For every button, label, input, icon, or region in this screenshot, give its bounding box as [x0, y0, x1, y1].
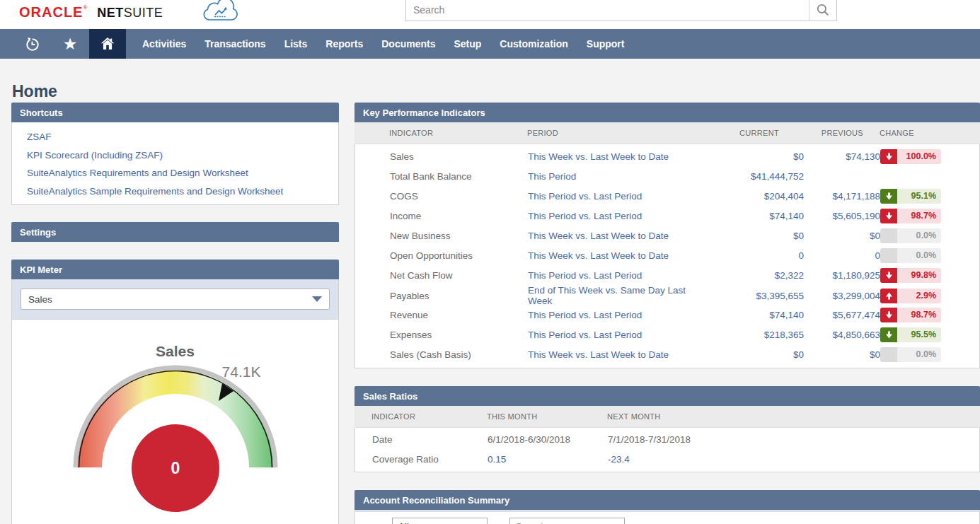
reconciliation-search-input[interactable]: [509, 518, 625, 524]
sales-ratios-portlet: Sales Ratios INDICATOR THIS MONTH NEXT M…: [354, 386, 980, 472]
shortcuts-body: ZSAF KPI Scorecard (Including ZSAF) Suit…: [11, 122, 339, 205]
kpi-previous-value[interactable]: $1,180,925: [804, 270, 880, 281]
kpi-current-value[interactable]: $0: [698, 231, 804, 241]
shortcut-link-kpi-scorecard[interactable]: KPI Scorecard (Including ZSAF): [27, 146, 331, 165]
recent-records-history-icon[interactable]: [13, 29, 51, 59]
trend-arrow-icon: [880, 149, 897, 164]
kpi-meter-header[interactable]: KPI Meter: [11, 260, 339, 279]
shortcuts-header[interactable]: Shortcuts: [11, 103, 339, 122]
oracle-wordmark: ORACLE: [19, 4, 83, 20]
kpi-portlet-header[interactable]: Key Performance Indicators: [354, 103, 980, 122]
kpi-previous-value[interactable]: $74,130: [804, 151, 880, 162]
kpi-current-value[interactable]: $218,365: [698, 330, 804, 340]
change-badge: 95.5%: [880, 327, 941, 342]
kpi-row-expenses: Expenses This Period vs. Last Period $21…: [355, 325, 979, 344]
kpi-row-sales-cash-basis: Sales (Cash Basis) This Week vs. Last We…: [355, 344, 979, 364]
kpi-period-link[interactable]: This Period vs. Last Period: [528, 310, 698, 320]
home-tab[interactable]: [89, 29, 126, 59]
trend-arrow-icon: [880, 347, 897, 362]
kpi-previous-value[interactable]: $3,299,004: [804, 291, 880, 301]
nav-item-reports[interactable]: Reports: [316, 29, 372, 59]
kpi-current-value[interactable]: $3,395,655: [698, 291, 804, 301]
search-icon[interactable]: [809, 3, 836, 17]
col-change: CHANGE: [880, 129, 964, 137]
kpi-previous-value[interactable]: 0: [804, 250, 880, 261]
nav-item-lists[interactable]: Lists: [275, 29, 317, 59]
kpi-period-link[interactable]: This Week vs. Last Week to Date: [528, 151, 698, 162]
view-select-dropdown[interactable]: All: [392, 518, 488, 524]
kpi-table: Sales This Week vs. Last Week to Date $0…: [354, 144, 980, 368]
kpi-previous-value[interactable]: $5,677,474: [804, 310, 880, 320]
kpi-meter-controls: Sales: [11, 279, 339, 320]
kpi-row-total-bank-balance: Total Bank Balance This Period $41,444,7…: [355, 166, 979, 186]
shortcut-link-zsaf[interactable]: ZSAF: [27, 128, 331, 146]
sales-ratios-row-date: Date 6/1/2018-6/30/2018 7/1/2018-7/31/20…: [355, 429, 979, 449]
col-next-month: NEXT MONTH: [607, 412, 980, 421]
ratio-this-month-link[interactable]: 0.15: [488, 454, 608, 465]
kpi-select-dropdown[interactable]: Sales: [21, 289, 330, 310]
kpi-current-value[interactable]: $74,140: [698, 310, 804, 320]
kpi-meter-portlet: KPI Meter Sales Sales: [11, 260, 339, 524]
kpi-period-link[interactable]: This Period vs. Last Period: [528, 270, 698, 281]
kpi-row-payables: Payables End of This Week vs. Same Day L…: [355, 285, 979, 305]
col-previous: PREVIOUS: [803, 129, 880, 137]
change-percent: 98.7%: [897, 209, 941, 223]
main-navbar: ★ Activities Transactions Lists Reports …: [0, 29, 980, 59]
change-badge: 2.9%: [880, 289, 941, 303]
account-reconciliation-header[interactable]: Account Reconciliation Summary: [354, 490, 980, 510]
kpi-period-link[interactable]: This Period: [528, 171, 698, 182]
kpi-current-value[interactable]: $204,404: [698, 191, 804, 202]
trend-arrow-icon: [880, 189, 897, 204]
trend-arrow-icon: [880, 209, 897, 223]
global-search-input[interactable]: [406, 4, 809, 16]
nav-item-customization[interactable]: Customization: [490, 29, 577, 59]
kpi-period-link[interactable]: This Week vs. Last Week to Date: [528, 250, 698, 261]
col-period: PERIOD: [527, 129, 697, 137]
kpi-current-value[interactable]: $2,322: [698, 270, 804, 281]
trend-arrow-icon: [880, 228, 897, 243]
kpi-previous-value[interactable]: $0: [804, 349, 880, 360]
ratio-this-month: 6/1/2018-6/30/2018: [488, 434, 608, 445]
kpi-previous-value[interactable]: $5,605,190: [804, 211, 880, 221]
kpi-current-value[interactable]: 0: [698, 250, 804, 261]
sales-gauge: 0 74.1K: [69, 360, 282, 519]
change-percent: 0.0%: [897, 248, 941, 263]
kpi-current-value[interactable]: $0: [698, 151, 804, 162]
kpi-row-income: Income This Period vs. Last Period $74,1…: [355, 206, 979, 226]
sales-ratios-table: Date 6/1/2018-6/30/2018 7/1/2018-7/31/20…: [354, 428, 980, 472]
kpi-current-value[interactable]: $74,140: [698, 211, 804, 221]
nav-item-transactions[interactable]: Transactions: [195, 29, 275, 59]
nav-item-support[interactable]: Support: [577, 29, 634, 59]
kpi-period-link[interactable]: This Period vs. Last Period: [528, 211, 698, 221]
change-percent: 0.0%: [897, 228, 941, 243]
global-search: [405, 0, 837, 21]
kpi-current-value[interactable]: $0: [698, 349, 804, 360]
favorites-star-icon[interactable]: ★: [51, 29, 89, 59]
chevron-down-icon: [312, 296, 322, 302]
nav-item-documents[interactable]: Documents: [372, 29, 444, 59]
change-percent: 95.1%: [897, 189, 941, 204]
nav-item-setup[interactable]: Setup: [444, 29, 490, 59]
change-percent: 95.5%: [897, 327, 941, 342]
kpi-current-value[interactable]: $41,444,752: [698, 171, 804, 182]
settings-header[interactable]: Settings: [11, 222, 339, 242]
shortcuts-portlet: Shortcuts ZSAF KPI Scorecard (Including …: [11, 103, 339, 205]
kpi-period-link[interactable]: This Week vs. Last Week to Date: [528, 231, 698, 241]
kpi-previous-value[interactable]: $0: [804, 231, 880, 241]
netsuite-wordmark-net: NET: [97, 6, 124, 20]
kpi-period-link[interactable]: This Week vs. Last Week to Date: [528, 349, 698, 360]
shortcut-link-suiteanalytics-sample[interactable]: SuiteAnalytics Sample Requirements and D…: [27, 182, 331, 201]
kpi-period-link[interactable]: This Period vs. Last Period: [528, 330, 698, 340]
ratio-next-month-link[interactable]: -23.4: [608, 454, 979, 465]
kpi-period-link[interactable]: This Period vs. Last Period: [528, 191, 698, 202]
kpi-previous-value[interactable]: $4,171,188: [804, 191, 880, 202]
nav-item-activities[interactable]: Activities: [133, 29, 195, 59]
shortcut-link-suiteanalytics-req[interactable]: SuiteAnalytics Requirements and Design W…: [27, 164, 331, 182]
kpi-indicator: Open Opportunities: [390, 250, 528, 261]
kpi-previous-value[interactable]: $4,850,663: [804, 330, 880, 340]
kpi-column-headers: INDICATOR PERIOD CURRENT PREVIOUS CHANGE: [354, 122, 980, 144]
kpi-row-sales: Sales This Week vs. Last Week to Date $0…: [355, 146, 979, 166]
kpi-indicator: New Business: [390, 231, 528, 241]
kpi-period-link[interactable]: End of This Week vs. Same Day Last Week: [528, 285, 698, 306]
sales-ratios-header[interactable]: Sales Ratios: [354, 386, 980, 406]
